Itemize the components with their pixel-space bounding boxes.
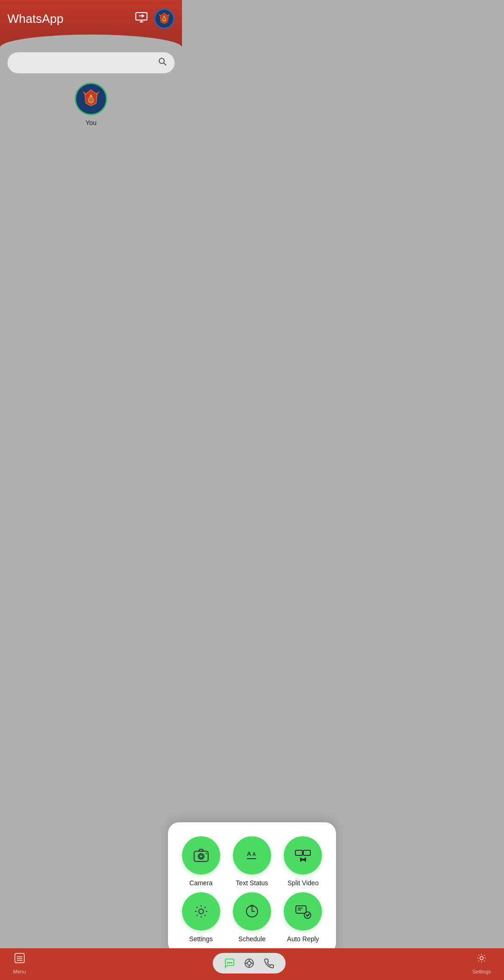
svg-line-12 [164, 63, 166, 65]
search-icon [158, 57, 167, 69]
search-input[interactable] [15, 59, 158, 67]
header-icons [135, 8, 175, 29]
search-bar[interactable] [7, 52, 175, 73]
status-avatar[interactable]: + [75, 83, 107, 115]
app-title: WhatsApp [7, 12, 63, 26]
main-content: + You [0, 48, 182, 126]
screen-share-icon[interactable] [135, 12, 147, 25]
app-header: WhatsApp [0, 0, 182, 35]
svg-point-11 [159, 58, 164, 63]
svg-text:+: + [90, 98, 92, 103]
status-user-label: You [85, 119, 97, 126]
wave-divider [0, 35, 182, 48]
status-section: + You [7, 83, 175, 126]
header-avatar[interactable] [154, 8, 175, 29]
svg-point-10 [163, 18, 165, 20]
